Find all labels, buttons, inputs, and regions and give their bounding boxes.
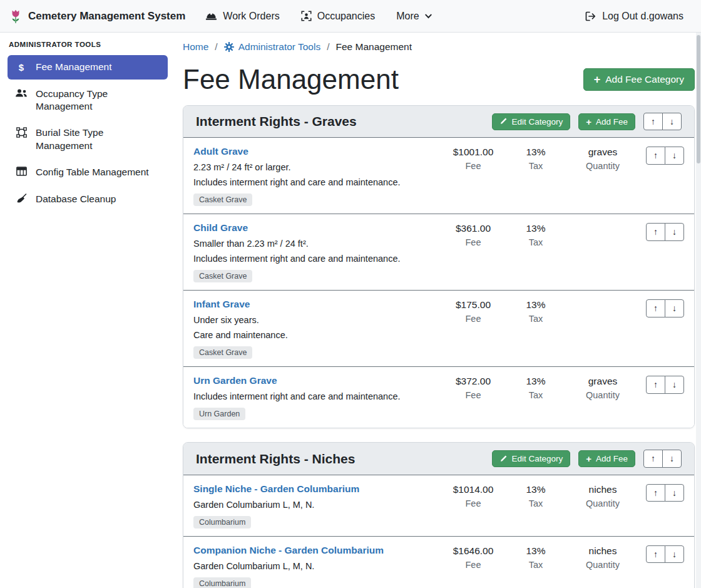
sidebar-item-config-table[interactable]: Config Table Management (8, 160, 168, 184)
quantity-unit (566, 223, 640, 234)
fee-title-link[interactable]: Child Grave (193, 222, 248, 234)
fee-title-link[interactable]: Adult Grave (193, 146, 248, 157)
fee-details: Infant Grave Under six years. Care and m… (193, 299, 441, 359)
breadcrumb-home-link[interactable]: Home (183, 41, 208, 53)
move-fee-down-button[interactable]: ↓ (665, 545, 684, 563)
scrollbar-thumb[interactable] (697, 35, 700, 163)
vertical-scrollbar[interactable] (696, 33, 701, 588)
fee-title-link[interactable]: Infant Grave (193, 299, 250, 310)
tax-column: 13% Tax (506, 146, 566, 172)
app-brand[interactable]: Cemetery Management System (9, 9, 185, 24)
chevron-down-icon (425, 14, 432, 19)
tax-label: Tax (506, 161, 566, 172)
breadcrumb: Home / (183, 41, 695, 53)
nav-more[interactable]: More (387, 6, 440, 27)
main-content: Home / (175, 33, 701, 588)
fee-type-badge: Columbarium (193, 516, 251, 529)
sidebar-item-occupancy-type[interactable]: Occupancy Type Management (8, 82, 168, 119)
move-fee-up-button[interactable]: ↑ (646, 484, 665, 502)
move-category-up-button[interactable]: ↑ (643, 113, 663, 130)
sidebar-item-burial-site-type[interactable]: Burial Site Type Management (8, 121, 168, 158)
tax-value: 13% (506, 299, 566, 311)
move-fee-up-button[interactable]: ↑ (646, 545, 665, 563)
fee-row: Infant Grave Under six years. Care and m… (183, 290, 694, 366)
move-fee-up-button[interactable]: ↑ (646, 223, 665, 240)
nav-occupancies[interactable]: Occupancies (292, 6, 384, 27)
sidebar-item-label: Fee Management (36, 61, 112, 73)
sidebar-item-database-cleanup[interactable]: Database Cleanup (8, 187, 168, 211)
category-actions: Edit Category + Add Fee ↑ ↓ (492, 113, 682, 130)
fee-details: Single Niche - Garden Columbarium Garden… (193, 483, 441, 529)
sidebar-item-label: Occupancy Type Management (36, 88, 160, 113)
add-fee-label: Add Fee (596, 454, 628, 463)
move-category-up-button[interactable]: ↑ (643, 450, 663, 467)
move-fee-down-button[interactable]: ↓ (665, 147, 684, 164)
fee-title-link[interactable]: Urn Garden Grave (193, 375, 277, 386)
add-fee-button[interactable]: + Add Fee (578, 450, 635, 467)
fee-type-badge: Columbarium (193, 577, 251, 588)
fee-amount-column: $175.00 Fee (441, 299, 506, 324)
pencil-icon (499, 455, 507, 463)
move-fee-up-button[interactable]: ↑ (646, 299, 665, 317)
add-fee-category-button[interactable]: + Add Fee Category (583, 68, 695, 91)
quantity-label: Quantity (566, 560, 640, 570)
fee-type-badge: Casket Grave (193, 270, 252, 282)
fee-amount-column: $1014.00 Fee (441, 483, 506, 509)
fee-amount-column: $1646.00 Fee (441, 545, 506, 570)
quantity-column (566, 222, 640, 248)
fee-row: Companion Niche - Garden Columbarium Gar… (183, 536, 694, 588)
tax-column: 13% Tax (506, 483, 566, 509)
move-fee-down-button[interactable]: ↓ (665, 223, 684, 240)
edit-category-button[interactable]: Edit Category (492, 113, 570, 130)
nav-work-orders[interactable]: Work Orders (197, 6, 288, 27)
move-fee-up-button[interactable]: ↑ (646, 376, 665, 393)
fee-amount: $372.00 (441, 376, 506, 387)
fee-details: Urn Garden Grave Includes interment righ… (193, 375, 441, 420)
fee-type-badge: Casket Grave (193, 346, 252, 359)
quantity-column: niches Quantity (566, 483, 640, 509)
sidebar-item-label: Burial Site Type Management (36, 126, 160, 152)
move-fee-down-button[interactable]: ↓ (665, 376, 684, 393)
tax-value: 13% (506, 223, 566, 234)
add-fee-button[interactable]: + Add Fee (578, 113, 635, 130)
quantity-label: Quantity (566, 498, 640, 509)
fee-title-link[interactable]: Single Niche - Garden Columbarium (193, 483, 359, 495)
category-title: Interment Rights - Graves (196, 114, 492, 129)
tax-column: 13% Tax (506, 222, 566, 248)
gear-icon (224, 42, 234, 52)
fee-row: Child Grave Smaller than 2.23 m² / 24 ft… (183, 214, 694, 290)
quantity-label (566, 237, 640, 248)
move-fee-down-button[interactable]: ↓ (665, 299, 684, 317)
fee-description: 2.23 m² / 24 ft² or larger. (193, 162, 436, 172)
fee-category-card-graves: Interment Rights - Graves Edit Category … (183, 105, 695, 428)
breadcrumb-separator: / (215, 41, 217, 53)
fee-reorder-group: ↑ ↓ (646, 545, 684, 563)
fee-amount: $175.00 (441, 299, 506, 311)
fee-amount: $1646.00 (441, 545, 506, 557)
breadcrumb-current: Fee Management (336, 41, 412, 53)
breadcrumb-admin-tools-link[interactable]: Administrator Tools (224, 41, 321, 53)
main-nav: Work Orders Occupancies More (197, 6, 440, 27)
table-icon (15, 167, 28, 176)
logout-link[interactable]: Log Out d.gowans (576, 6, 692, 27)
breadcrumb-admin-tools-label: Administrator Tools (238, 41, 321, 53)
tulip-logo-icon (9, 9, 23, 24)
move-category-down-button[interactable]: ↓ (662, 113, 682, 130)
tax-column: 13% Tax (506, 299, 566, 324)
add-fee-category-label: Add Fee Category (605, 74, 684, 85)
category-header: Interment Rights - Graves Edit Category … (183, 106, 694, 137)
move-category-down-button[interactable]: ↓ (662, 450, 682, 467)
page-header: Fee Management + Add Fee Category (183, 64, 695, 95)
tax-label: Tax (506, 237, 566, 248)
move-fee-down-button[interactable]: ↓ (665, 484, 684, 502)
quantity-unit (566, 299, 640, 311)
move-fee-up-button[interactable]: ↑ (646, 147, 665, 164)
tax-label: Tax (506, 560, 566, 570)
fee-label: Fee (441, 560, 506, 570)
fee-title-link[interactable]: Companion Niche - Garden Columbarium (193, 545, 384, 556)
edit-category-button[interactable]: Edit Category (492, 450, 570, 467)
edit-category-label: Edit Category (511, 117, 563, 126)
fee-reorder-group: ↑ ↓ (646, 223, 684, 240)
fee-description: Smaller than 2.23 m² / 24 ft². (193, 239, 436, 249)
sidebar-item-fee-management[interactable]: $ Fee Management (8, 55, 168, 80)
